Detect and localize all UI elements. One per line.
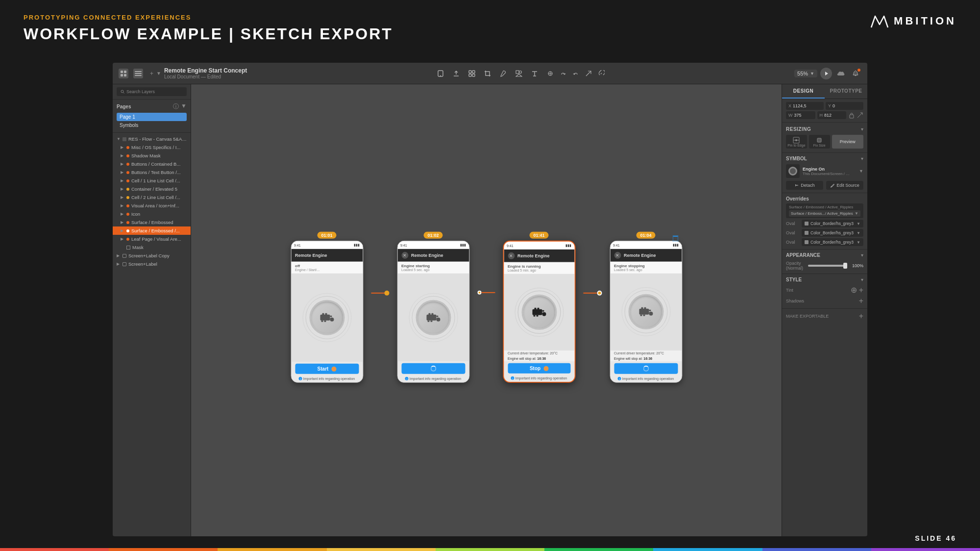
layer-mask[interactable]: Mask [113,243,191,251]
layer-container-elevated[interactable]: ▶ Container / Elevated 5 [113,185,191,193]
layer-icon[interactable]: ▶ Icon [113,210,191,218]
tint-label: Tint [786,288,793,293]
shadows-add-icon[interactable]: + [859,297,863,305]
toolbar-forward-icon[interactable] [583,68,594,79]
toolbar-link-icon[interactable] [595,68,607,79]
tab-design[interactable]: DESIGN [782,84,825,99]
resizing-header: RESIZING ▾ [786,126,863,132]
layer-misc-os[interactable]: ▶ Misc / OS Specifics / I... [113,143,191,151]
style-chevron: ▾ [861,277,863,282]
layer-expand-icon: ▶ [121,237,124,241]
toolbar-crop-icon[interactable] [482,68,493,79]
phone-3-action-btn[interactable]: Stop [508,363,570,374]
svg-rect-4 [135,71,142,72]
tab-prototype[interactable]: PROTOTYPE [825,84,867,99]
layer-screen-label[interactable]: ▶ Screen+Label [113,260,191,268]
override-value-row-1[interactable]: Surface / Emboss.../ Active_Ripples ▼ [789,210,860,217]
layer-buttons-text[interactable]: ▶ Buttons / Text Button /... [113,168,191,176]
phone-2-close-btn[interactable]: ✕ [401,252,408,259]
toolbar-redo-icon[interactable] [557,68,569,79]
edit-source-btn[interactable]: Edit Source [826,181,863,190]
view-toggle-icon[interactable] [133,69,143,78]
oval-color-swatch-3 [805,240,808,244]
preview-btn[interactable]: Preview [832,135,863,149]
pin-to-edge-btn[interactable]: Pin to Edge [786,135,807,149]
bar-seg-8 [762,548,871,551]
phone-2-info-text: i Important info regarding operation [397,376,469,382]
toolbar-text-icon[interactable] [529,68,540,79]
symbol-item: Engine On This Document/Screen / NTG 7 /… [786,164,863,178]
coord-w-value: 375 [794,113,802,118]
layer-expand-icon: ▶ [121,145,124,150]
phone-3-close-btn[interactable]: ✕ [508,252,514,259]
phone-2-action-btn[interactable] [401,363,465,374]
layer-dot-icon [126,179,129,182]
oval-value-2[interactable]: Color_Border/hs_grey3 ▼ [802,229,863,237]
coord-h-field[interactable]: H 812 [817,111,847,119]
layer-dot-icon [126,171,129,174]
phone-frame-3: 01:41 9:41 ▮▮▮ ✕ Remote Engine Engine [503,232,575,383]
toolbar-phone-icon[interactable] [435,68,446,79]
pages-info-icon[interactable]: ⓘ [173,102,179,111]
layer-visual-area[interactable]: ▶ Visual Area / Icon+Inf... [113,201,191,210]
play-button[interactable] [820,68,832,79]
exportable-add-icon[interactable]: + [859,312,863,321]
toolbar-undo-icon[interactable] [570,68,582,79]
layer-cell-1line[interactable]: ▶ Cell / 1 Line List Cell /... [113,176,191,185]
layer-expand-icon: ▶ [121,153,124,158]
override-value-1: Surface / Emboss.../ Active_Ripples [791,211,853,216]
phone-4-close-btn[interactable]: ✕ [614,252,621,259]
coord-w-field[interactable]: W 375 [786,111,815,119]
opacity-thumb[interactable] [843,263,847,269]
layer-shadow-mask[interactable]: ▶ Shadow Mask [113,151,191,160]
toolbar-shapes-icon[interactable] [513,68,525,79]
tint-color-icon[interactable]: ⊕ [851,285,857,295]
page-1-item[interactable]: Page 1 [117,113,187,121]
symbol-dropdown-icon: ▼ [859,169,863,174]
layer-cell-1line-name: Cell / 1 Line List Cell /... [131,178,187,183]
bar-seg-1 [0,548,109,551]
toolbar-upload-icon[interactable] [450,68,462,79]
layer-res-flow[interactable]: ▼ RES - Flow - Canvas 5&All Th... [113,135,191,143]
detach-btn[interactable]: Detach [786,181,823,190]
toolbar-components-icon[interactable] [544,68,556,79]
notification-button[interactable] [850,68,861,79]
layer-surface-embossed[interactable]: ▶ Surface / Embossed [113,218,191,226]
layer-buttons-contained[interactable]: ▶ Buttons / Contained B... [113,160,191,168]
layer-surface-embossed-selected[interactable]: ▶ Surface / Embossed /... [113,226,191,235]
phone-4-rpm: Engine will stop at: 16:36 [610,356,682,361]
figma-menu-icon[interactable] [119,69,128,78]
phone-3: 9:41 ▮▮▮ ✕ Remote Engine Engine is runni… [503,241,575,383]
tint-add-icon[interactable]: + [859,286,863,295]
right-panel-tabs: DESIGN PROTOTYPE [782,84,867,99]
toolbar-settings-icon[interactable] [466,68,478,79]
coord-y-field[interactable]: Y 0 [826,102,863,110]
phone-1-action-btn[interactable]: Start [295,364,359,374]
layer-dot-icon [126,154,129,157]
layer-surface-embossed-name: Surface / Embossed [131,220,187,225]
coord-x-field[interactable]: X 1124,5 [786,102,824,110]
layer-expand-icon: ▶ [121,212,124,216]
oval-chevron-1: ▼ [857,222,860,226]
zoom-control[interactable]: 55% ▼ [794,70,817,77]
search-input-field[interactable]: Search Layers [117,87,187,96]
appearance-chevron: ▾ [861,252,863,258]
canvas-area[interactable]: 01:01 9:41 ▮▮▮ Remote Engine off En [191,84,782,536]
oval-value-1[interactable]: Color_Border/hs_grey3 ▼ [802,220,863,227]
opacity-slider[interactable] [808,265,847,267]
pages-expand-icon[interactable]: ▼ [181,102,187,111]
phone-2-status-text: Engine starting Loaded 5 sec. ago [397,262,469,274]
toolbar-pen-icon[interactable] [497,68,509,79]
phone-3-info-text: i Important info regarding operation [504,376,574,382]
layer-leaf-page[interactable]: ▶ Leaf Page / Visual Are... [113,235,191,243]
oval-value-3[interactable]: Color_Border/hs_grey3 ▼ [802,238,863,246]
fix-size-btn[interactable]: Fix Size [809,135,830,149]
symbols-page-item[interactable]: Symbols [117,121,187,129]
layer-cell-2line[interactable]: ▶ Cell / 2 Line List Cell /... [113,193,191,201]
phone-4-action-btn[interactable] [614,363,678,374]
phone-4-body: Engine stopping Loaded 5 sec. ago [610,262,682,382]
layer-screen-label-copy[interactable]: ▶ Screen+Label Copy [113,251,191,260]
cloud-button[interactable] [835,68,847,79]
layer-surface-embossed-selected-name: Surface / Embossed /... [131,228,187,233]
bar-seg-2 [109,548,218,551]
